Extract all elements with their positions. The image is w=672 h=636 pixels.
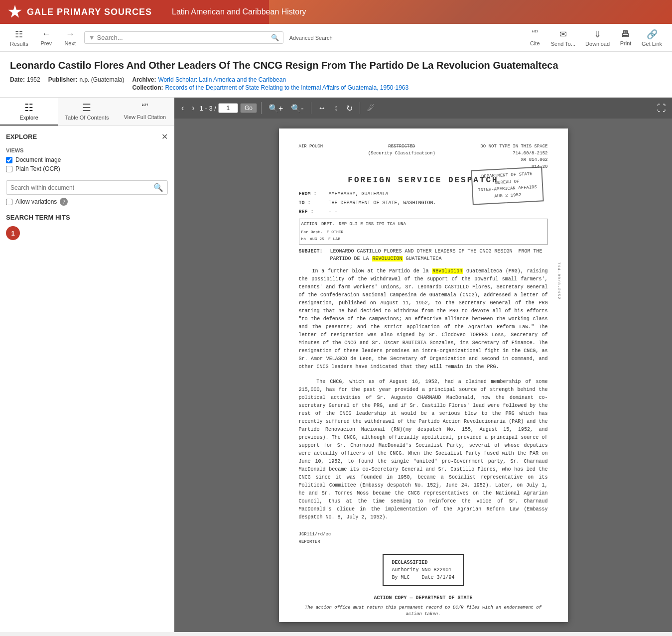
rec-date: AUG 25 bbox=[310, 236, 324, 242]
zoom-out-button[interactable]: 🔍- bbox=[288, 102, 306, 115]
views-section: VIEWS Document Image Plain Text (OCR) bbox=[6, 147, 168, 172]
viewer-separator-2 bbox=[311, 102, 311, 114]
search-within-button[interactable]: 🔍 bbox=[153, 183, 163, 192]
fit-width-button[interactable]: ↔ bbox=[315, 102, 329, 115]
header-banner: GALE PRIMARY SOURCES Latin American and … bbox=[0, 0, 672, 24]
archive-link[interactable]: World Scholar: Latin America and the Car… bbox=[158, 76, 286, 83]
download-button[interactable]: ⇓ Download bbox=[581, 27, 614, 49]
sidebar-explore-button[interactable]: ☷ Explore bbox=[0, 98, 58, 126]
ref-row: REF : - - bbox=[299, 208, 548, 216]
allow-variations-help-icon[interactable]: ? bbox=[60, 198, 68, 206]
prev-label: Prev bbox=[40, 40, 52, 46]
allow-variations-row: Allow variations ? bbox=[6, 198, 168, 206]
cite-button[interactable]: “” Cite bbox=[525, 27, 545, 48]
search-dropdown-icon[interactable]: ▼ bbox=[89, 34, 95, 41]
advanced-search-link[interactable]: Advanced Search bbox=[289, 35, 333, 41]
panel-header: EXPLORE ✕ bbox=[6, 132, 168, 141]
panel-close-button[interactable]: ✕ bbox=[161, 132, 168, 141]
collection-link[interactable]: Records of the Department of State Relat… bbox=[165, 84, 408, 91]
declassified-stamp: DECLASSIFIED Authority NND 822901 By MLC… bbox=[383, 554, 463, 586]
body-highlight-revolucion: Revolucion bbox=[432, 268, 463, 274]
sidebar-citation-button[interactable]: “” View Full Citation bbox=[116, 98, 174, 126]
search-icon[interactable]: 🔍 bbox=[271, 34, 279, 41]
reporter-code: JCR111/rd/ec bbox=[299, 531, 548, 538]
department-stamp: DEPARTMENT OF STATE BUREAU OF INTER-AMER… bbox=[471, 166, 543, 205]
rotate-button[interactable]: ↻ bbox=[343, 102, 356, 115]
document-viewer: ‹ › 1 - 3 / Go 🔍+ 🔍- ↔ ↕ ↻ ☄ ⛶ bbox=[174, 98, 672, 632]
search-term-hits-section: SEARCH TERM HITS 1 bbox=[6, 214, 168, 240]
declassified-label: DECLASSIFIED bbox=[392, 559, 454, 566]
security-classification: RESTRICTED bbox=[368, 143, 435, 150]
gale-star-icon bbox=[8, 5, 22, 19]
next-button[interactable]: → Next bbox=[60, 27, 80, 48]
archive-collection-meta: Archive: World Scholar: Latin America an… bbox=[132, 76, 408, 91]
get-link-button[interactable]: 🔗 Get Link bbox=[638, 27, 666, 49]
from-value: AMEMBASSY, GUATEMALA bbox=[329, 190, 389, 198]
rec-label: F OTHER bbox=[327, 229, 344, 235]
date-meta: Date: 1952 bbox=[10, 76, 40, 91]
viewer-prev-button[interactable]: ‹ bbox=[178, 102, 187, 115]
get-link-label: Get Link bbox=[642, 41, 662, 47]
app-title: GALE PRIMARY SOURCES bbox=[27, 7, 152, 17]
print-label: Print bbox=[620, 40, 632, 46]
action-copy: ACTION COPY — DEPARTMENT OF STATE bbox=[299, 594, 548, 602]
publisher-meta: Publisher: n.p. (Guatemala) bbox=[48, 76, 125, 91]
do-not-type: DO NOT TYPE IN THIS SPACE bbox=[480, 143, 547, 150]
document-title: Leonardo Castilo Flores And Other Leader… bbox=[10, 60, 662, 71]
by-label: By bbox=[392, 575, 398, 580]
reporter-title: REPORTER bbox=[299, 539, 548, 546]
go-button[interactable]: Go bbox=[240, 103, 257, 113]
page-number-input[interactable] bbox=[218, 103, 238, 113]
search-term-hits-title: SEARCH TERM HITS bbox=[6, 214, 168, 221]
plain-text-checkbox[interactable] bbox=[6, 166, 12, 172]
to-label: TO : bbox=[299, 199, 324, 207]
ref-value: - - bbox=[329, 208, 338, 216]
send-to-button[interactable]: ✉ Send To... bbox=[547, 27, 579, 49]
main-search-container: ▼ 🔍 bbox=[84, 31, 283, 44]
download-label: Download bbox=[585, 41, 610, 47]
fit-height-button[interactable]: ↕ bbox=[331, 102, 341, 115]
allow-variations-label: Allow variations bbox=[15, 198, 57, 205]
citation-icon: “” bbox=[141, 102, 148, 113]
get-link-icon: 🔗 bbox=[647, 29, 658, 40]
doc-number1: 714.00/8-2152 bbox=[480, 150, 547, 157]
authority-label: Authority bbox=[392, 567, 418, 573]
main-search-input[interactable] bbox=[97, 34, 271, 41]
search-within-input[interactable] bbox=[10, 184, 153, 191]
search-within-input-wrap: 🔍 bbox=[6, 180, 168, 195]
authority-row: Authority NND 822901 bbox=[392, 566, 454, 574]
results-button[interactable]: ☷ Results bbox=[6, 27, 32, 49]
side-number-stamp: 714.00/8-2152 bbox=[556, 262, 562, 299]
fullscreen-button[interactable]: ⛶ bbox=[655, 101, 668, 116]
main-toolbar: ☷ Results ← Prev → Next ▼ 🔍 Advanced Sea… bbox=[0, 24, 672, 52]
prev-button[interactable]: ← Prev bbox=[36, 27, 56, 48]
document-image-container[interactable]: AIR POUCH RESTRICTED (Security Classific… bbox=[174, 119, 672, 632]
sidebar-panel: EXPLORE ✕ VIEWS Document Image Plain Tex… bbox=[0, 126, 174, 632]
by-row: By MLC Date 3/1/94 bbox=[392, 574, 454, 581]
sidebar-icon-strip: ☷ Explore ☰ Table Of Contents “” View Fu… bbox=[0, 98, 174, 126]
results-label: Results bbox=[10, 41, 28, 47]
views-label: VIEWS bbox=[6, 147, 168, 153]
ref-label: REF : bbox=[299, 208, 324, 216]
allow-variations-checkbox[interactable] bbox=[6, 199, 12, 205]
date-value2: 3/1/94 bbox=[437, 575, 455, 580]
doc-number2: XR 814.062 bbox=[480, 157, 547, 164]
doc-footer: The action office must return this perma… bbox=[299, 605, 548, 618]
zoom-in-button[interactable]: 🔍+ bbox=[266, 102, 286, 115]
subject-row: SUBJECT: LEONARDO CASTILLO FLORES AND OT… bbox=[299, 248, 548, 262]
viewer-next-button[interactable]: › bbox=[189, 102, 197, 115]
document-image-checkbox[interactable] bbox=[6, 157, 12, 163]
viewer-separator-1 bbox=[261, 102, 262, 114]
publisher-label: Publisher: bbox=[48, 76, 78, 91]
image-view-button[interactable]: ☄ bbox=[364, 102, 377, 115]
document-image-checkbox-row: Document Image bbox=[6, 156, 168, 163]
document-image: AIR POUCH RESTRICTED (Security Classific… bbox=[279, 128, 568, 622]
sidebar-toc-button[interactable]: ☰ Table Of Contents bbox=[58, 98, 116, 126]
explore-label: Explore bbox=[20, 115, 38, 121]
send-to-icon: ✉ bbox=[559, 29, 567, 40]
lab-label: F LAB bbox=[328, 236, 340, 242]
cite-icon: “” bbox=[532, 29, 538, 39]
plain-text-checkbox-row: Plain Text (OCR) bbox=[6, 165, 168, 172]
print-button[interactable]: 🖶 Print bbox=[616, 27, 636, 48]
app-subtitle: Latin American and Caribbean History bbox=[172, 7, 306, 16]
